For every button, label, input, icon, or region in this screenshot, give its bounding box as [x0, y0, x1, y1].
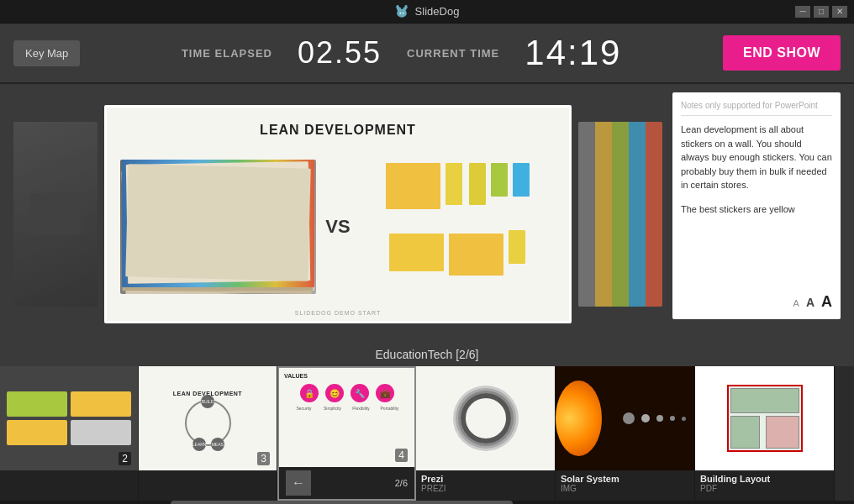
- notes-body: Lean development is all about stickers o…: [681, 123, 832, 216]
- filmstrip-solar-title: Solar System: [561, 474, 689, 484]
- notes-header: Notes only supported for PowerPoint: [681, 101, 832, 116]
- next-slide[interactable]: [578, 122, 662, 307]
- val-label-simplicity: Simplicity: [320, 406, 345, 411]
- font-large-button[interactable]: A: [821, 293, 832, 311]
- svg-point-6: [402, 12, 403, 13]
- sticky-cell: [7, 420, 67, 445]
- titlebar-center: SlideDog: [393, 3, 460, 20]
- filmstrip-info-solar: Solar System IMG: [556, 470, 694, 501]
- filmstrip-prezi-title: Prezi: [421, 474, 550, 484]
- val-icon-portability: 💼: [376, 384, 394, 402]
- val-icon-simplicity: 😊: [325, 384, 344, 402]
- svg-point-4: [404, 4, 407, 8]
- font-medium-button[interactable]: A: [806, 296, 814, 309]
- values-slide-thumb: VALUES 🔒 😊 🔧 💼 Security Simplicity Flexi…: [279, 368, 414, 467]
- maximize-button[interactable]: □: [814, 6, 829, 18]
- filmstrip-building-title: Building Layout: [700, 474, 829, 484]
- slide-label: EducationTech [2/6]: [0, 344, 854, 366]
- sticky-cell: [71, 391, 131, 417]
- building-map: [727, 385, 803, 452]
- filmstrip-info-2: [0, 470, 138, 501]
- filmstrip-item-solar[interactable]: Solar System IMG: [556, 366, 695, 501]
- app-title: SlideDog: [415, 5, 460, 18]
- planet-2: [641, 414, 650, 423]
- filmstrip-item-4[interactable]: VALUES 🔒 😊 🔧 💼 Security Simplicity Flexi…: [277, 366, 416, 501]
- solar-thumb-visual: [556, 366, 694, 470]
- sun-graphic: [556, 381, 602, 456]
- slide-right-visual: [360, 160, 556, 294]
- current-slide[interactable]: LEAN DEVELOPMENT VS: [104, 105, 572, 323]
- scrollbar-track[interactable]: [0, 501, 854, 504]
- filmstrip-thumb-solar: [556, 366, 694, 470]
- notes-panel: Notes only supported for PowerPoint Lean…: [672, 92, 841, 319]
- font-small-button[interactable]: A: [793, 298, 799, 308]
- values-thumb-title: VALUES: [284, 373, 409, 379]
- slide-label-text: EducationTech [2/6]: [376, 348, 479, 361]
- svg-point-3: [396, 4, 398, 8]
- filmstrip-thumb-prezi: [416, 366, 555, 470]
- filmstrip-item-2[interactable]: 2: [0, 366, 139, 501]
- lean-cycle-diagram: BUILD LEARN MEAS.: [185, 400, 231, 446]
- planet-row: [623, 412, 686, 424]
- slide-area: LEAN DEVELOPMENT VS: [13, 105, 662, 323]
- filmstrip-thumb-4: VALUES 🔒 😊 🔧 💼 Security Simplicity Flexi…: [279, 368, 414, 467]
- dog-icon: [393, 3, 410, 20]
- val-label-security: Security: [292, 406, 317, 411]
- left-arrow-icon: ←: [292, 475, 305, 491]
- close-button[interactable]: ✕: [832, 6, 847, 18]
- notes-font-controls: A A A: [793, 293, 832, 311]
- keymap-button[interactable]: Key Map: [13, 40, 80, 66]
- end-show-button[interactable]: END SHOW: [723, 35, 841, 71]
- current-time-value: 14:19: [525, 33, 621, 73]
- filmstrip-thumb-building: [695, 366, 834, 470]
- filmstrip-thumb-3: LEAN DEVELOPMENT BUILD LEARN MEAS. 3: [139, 366, 277, 470]
- slide-vs-text: VS: [325, 216, 350, 238]
- filmstrip-thumb-2: 2: [0, 366, 138, 470]
- svg-point-5: [399, 12, 401, 13]
- filmstrip-building-type: PDF: [700, 484, 829, 493]
- titlebar-controls: ─ □ ✕: [795, 6, 847, 18]
- filmstrip-nav-area: ← 2/6: [279, 467, 414, 499]
- filmstrip-solar-type: IMG: [561, 484, 689, 493]
- lean-dev-thumb: LEAN DEVELOPMENT BUILD LEARN MEAS.: [139, 366, 277, 470]
- planet-3: [656, 415, 663, 422]
- minimize-button[interactable]: ─: [795, 6, 810, 18]
- filmstrip-item-building[interactable]: Building Layout PDF: [695, 366, 835, 501]
- slide-title: LEAN DEVELOPMENT: [260, 123, 416, 138]
- cycle-node-learn: LEARN: [192, 438, 206, 451]
- previous-slide[interactable]: [13, 122, 98, 307]
- planet-5: [682, 417, 686, 421]
- slide-footer: SLIDEDOG DEMO START: [295, 310, 381, 316]
- prezi-thumb-visual: [416, 366, 555, 470]
- room-1: [730, 388, 799, 413]
- paper-stack: [120, 160, 316, 294]
- filmstrip: 2 LEAN DEVELOPMENT BUILD LEARN MEAS. 3 V…: [0, 366, 854, 501]
- values-labels: Security Simplicity Flexibility Portabil…: [284, 406, 409, 411]
- nav-left-arrow[interactable]: ←: [286, 470, 311, 496]
- sticky-cell: [71, 420, 131, 445]
- sticky-thumb-grid: [0, 385, 138, 452]
- topbar: Key Map TIME ELAPSED 02.55 CURRENT TIME …: [0, 24, 854, 84]
- values-icons: 🔒 😊 🔧 💼: [284, 384, 409, 402]
- scrollbar-thumb[interactable]: [171, 501, 512, 504]
- planet-4: [670, 416, 675, 421]
- slide-content: LEAN DEVELOPMENT VS: [107, 108, 569, 321]
- time-elapsed-label: TIME ELAPSED: [182, 47, 272, 60]
- current-time-label: CURRENT TIME: [407, 47, 499, 60]
- titlebar: SlideDog ─ □ ✕: [0, 0, 854, 24]
- filmstrip-item-3[interactable]: LEAN DEVELOPMENT BUILD LEARN MEAS. 3: [139, 366, 277, 501]
- sticky-cell: [7, 391, 67, 417]
- timer-section: TIME ELAPSED 02.55 CURRENT TIME 14:19: [80, 33, 723, 73]
- planet-1: [623, 412, 635, 424]
- color-strips: [578, 122, 662, 307]
- cycle-node-build: BUILD: [201, 395, 214, 408]
- val-label-portability: Portability: [377, 406, 403, 411]
- time-elapsed-value: 02.55: [298, 35, 382, 71]
- filmstrip-info-3: [139, 470, 277, 501]
- val-icon-flexibility: 🔧: [351, 384, 369, 402]
- cycle-node-measure: MEAS.: [211, 438, 224, 451]
- filmstrip-info-building: Building Layout PDF: [695, 470, 834, 501]
- room-2: [730, 416, 760, 449]
- filmstrip-item-prezi[interactable]: Prezi PREZI: [416, 366, 556, 501]
- filmstrip-info-prezi: Prezi PREZI: [416, 470, 555, 501]
